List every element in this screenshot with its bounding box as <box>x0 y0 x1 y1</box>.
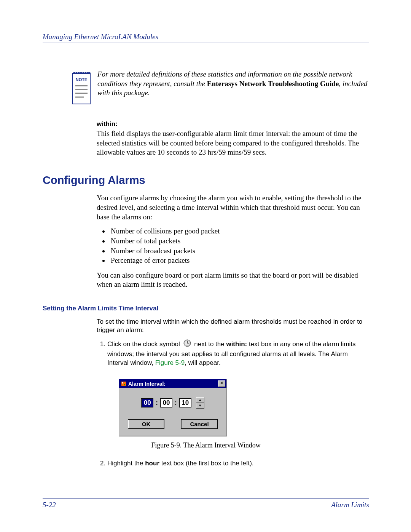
page-number: 5-22 <box>43 501 56 509</box>
list-item: Number of broadcast packets <box>109 246 369 256</box>
figure-reference[interactable]: Figure 5-9 <box>155 359 185 366</box>
list-item: Number of collisions per good packet <box>109 226 369 236</box>
seconds-field[interactable]: 10 <box>179 398 191 407</box>
clock-icon <box>183 339 191 350</box>
spin-down-button[interactable]: ▼ <box>196 403 204 409</box>
section-intro: You configure alarms by choosing the ala… <box>97 193 369 222</box>
step-1: Click on the clock symbol next to the wi… <box>107 339 369 367</box>
step1-a: Click on the clock symbol <box>107 340 182 348</box>
time-row: 00 : 00 : 10 ▲ ▼ <box>124 397 221 409</box>
step-2: Highlight the hour text box (the first b… <box>107 459 369 468</box>
dialog-body: 00 : 00 : 10 ▲ ▼ OK Cancel <box>119 388 226 436</box>
section-outro: You can also configure board or port ala… <box>97 271 369 289</box>
ok-button[interactable]: OK <box>128 419 164 429</box>
step1-within: within: <box>226 340 247 348</box>
page-footer: 5-22 Alarm Limits <box>43 498 369 509</box>
close-button[interactable]: × <box>218 380 225 387</box>
list-item: Percentage of error packets <box>109 256 369 265</box>
note-text: For more detailed definitions of these s… <box>97 70 369 98</box>
subsection-heading: Setting the Alarm Limits Time Interval <box>43 305 369 312</box>
steps-list-cont: Highlight the hour text box (the first b… <box>97 459 369 468</box>
alarm-interval-dialog: Alarm Interval: × 00 : 00 : 10 ▲ ▼ O <box>119 379 227 436</box>
list-item: Number of total packets <box>109 236 369 246</box>
spin-up-button[interactable]: ▲ <box>196 397 204 403</box>
time-sep: : <box>175 399 177 407</box>
dialog-titlebar[interactable]: Alarm Interval: × <box>119 379 226 388</box>
spin-buttons: ▲ ▼ <box>196 397 204 409</box>
steps-list: Click on the clock symbol next to the wi… <box>97 339 369 367</box>
figure-caption: Figure 5-9. The Alarm Interval Window <box>43 441 369 449</box>
note-guide-name: Enterasys Network Troubleshooting Guide <box>207 80 339 88</box>
figure-5-9: Alarm Interval: × 00 : 00 : 10 ▲ ▼ O <box>119 379 226 436</box>
time-sep: : <box>156 399 158 407</box>
dialog-title: Alarm Interval: <box>128 381 166 387</box>
cancel-button[interactable]: Cancel <box>181 419 218 429</box>
step1-b: next to the <box>193 340 226 348</box>
footer-section: Alarm Limits <box>331 501 369 509</box>
page-header: Managing Ethernet MicroLAN Modules <box>43 33 369 43</box>
hours-field[interactable]: 00 <box>141 398 153 407</box>
step1-d: , will appear. <box>185 359 221 366</box>
subsection-intro: To set the time interval within which th… <box>97 318 369 334</box>
svg-rect-10 <box>122 382 123 383</box>
step2-b: text box (the first box to the left). <box>159 460 254 467</box>
within-label: within: <box>97 120 369 128</box>
step2-hour: hour <box>145 460 159 467</box>
within-text: This field displays the user-configurabl… <box>97 129 359 156</box>
note-icon: NOTE <box>72 70 91 105</box>
svg-rect-11 <box>124 384 125 385</box>
step2-a: Highlight the <box>107 460 145 467</box>
note-block: NOTE For more detailed definitions of th… <box>72 70 369 105</box>
app-icon <box>121 382 126 386</box>
note-label-text: NOTE <box>76 77 88 82</box>
alarm-basis-list: Number of collisions per good packet Num… <box>43 226 369 265</box>
minutes-field[interactable]: 00 <box>160 398 172 407</box>
svg-rect-9 <box>121 382 126 386</box>
section-heading: Configuring Alarms <box>43 174 369 187</box>
within-block: within: This field displays the user-con… <box>97 120 369 157</box>
